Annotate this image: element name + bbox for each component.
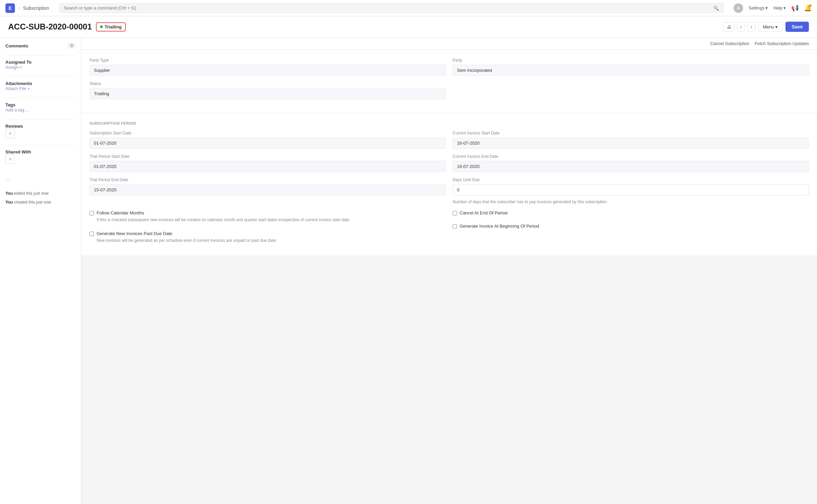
heart-icon[interactable]: ♡	[5, 177, 76, 185]
chevron-down-icon: ▾	[783, 5, 786, 10]
comments-count: 0	[68, 43, 76, 48]
current-invoice-start-date-label: Current Invoice Start Date	[453, 131, 809, 135]
shared-with-section: Shared With +	[5, 149, 76, 164]
search-icon: 🔍	[713, 5, 719, 11]
days-until-due-group: Days Until Due Number of days that the s…	[453, 177, 809, 205]
party-section: Party Type Supplier Party Sem Incorporat…	[81, 50, 817, 113]
party-type-group: Party Type Supplier	[89, 58, 446, 76]
days-until-due-input[interactable]	[453, 184, 809, 195]
plus-icon: +	[27, 86, 30, 91]
trial-period-end-date-label: Trial Period End Date	[89, 177, 446, 182]
attachments-label: Attachments	[5, 81, 76, 86]
top-nav: E › Subscription 🔍 A Settings ▾ Help ▾ 📢…	[0, 0, 817, 16]
help-menu[interactable]: Help ▾	[773, 5, 786, 10]
trial-period-start-date-value: 01-07-2020	[89, 161, 446, 172]
page-title: ACC-SUB-2020-00001	[8, 22, 92, 31]
current-invoice-start-date-group: Current Invoice Start Date 16-07-2020	[453, 131, 809, 149]
current-invoice-end-date-group: Current Invoice End Date 16-07-2020	[453, 154, 809, 172]
cancel-subscription-button[interactable]: Cancel Subscription	[710, 41, 750, 46]
party-label: Party	[453, 58, 809, 63]
subscription-start-date-label: Subscription Start Date	[89, 131, 446, 135]
days-until-due-label: Days Until Due	[453, 177, 809, 182]
generate-new-invoices-row: Generate New Invoices Past Due Date New …	[89, 231, 446, 244]
page-header: ACC-SUB-2020-00001 Trialling 🖨 ‹ › Menu …	[0, 16, 817, 38]
add-shared-button[interactable]: +	[5, 154, 15, 164]
app-logo: E	[5, 3, 15, 13]
current-invoice-end-date-label: Current Invoice End Date	[453, 154, 809, 159]
main-layout: Comments 0 Assigned To Assign + Attachme…	[0, 38, 817, 504]
attachments-section: Attachments Attach File +	[5, 81, 76, 91]
activity-create: You created this just now	[5, 199, 76, 205]
header-actions: 🖨 ‹ › Menu ▾ Save	[723, 22, 809, 32]
avatar: A	[734, 3, 743, 13]
comments-label: Comments	[5, 43, 28, 48]
assign-button[interactable]: Assign +	[5, 65, 76, 70]
add-tag-button[interactable]: Add a tag ...	[5, 107, 76, 112]
generate-invoice-beginning-label: Generate Invoice At Beginning Of Period	[460, 224, 539, 229]
status-value: Trialling	[89, 88, 446, 99]
title-area: ACC-SUB-2020-00001 Trialling	[8, 22, 126, 31]
add-review-button[interactable]: +	[5, 129, 15, 138]
tags-label: Tags	[5, 102, 76, 107]
generate-new-invoices-desc: New invoices will be generated as per sc…	[97, 237, 276, 244]
follow-calendar-checkbox[interactable]	[89, 211, 94, 215]
cancel-at-end-row: Cancel At End Of Period	[453, 210, 809, 215]
status-dot	[100, 25, 103, 28]
content-toolbar: Cancel Subscription Fetch Subscription U…	[81, 38, 817, 50]
follow-calendar-row: Follow Calendar Months If this is checke…	[89, 210, 446, 223]
days-until-due-help: Number of days that the subscriber has t…	[453, 199, 809, 205]
party-type-value: Supplier	[89, 65, 446, 76]
current-invoice-start-date-value: 16-07-2020	[453, 138, 809, 149]
cancel-at-end-label: Cancel At End Of Period	[460, 210, 507, 215]
breadcrumb: Subscription	[23, 5, 49, 11]
subscription-start-date-value: 01-07-2020	[89, 138, 446, 149]
attach-file-button[interactable]: Attach File +	[5, 86, 76, 91]
right-checkboxes: Cancel At End Of Period Generate Invoice…	[453, 210, 809, 248]
subscription-period-section: SUBSCRIPTION PERIOD Subscription Start D…	[81, 113, 817, 256]
trial-period-start-date-group: Trial Period Start Date 01-07-2020	[89, 154, 446, 172]
shared-with-label: Shared With	[5, 149, 76, 154]
plus-icon: +	[20, 65, 22, 70]
notification-dot	[809, 4, 812, 7]
generate-new-invoices-checkbox[interactable]	[89, 232, 94, 236]
menu-button[interactable]: Menu ▾	[758, 22, 783, 32]
party-group: Party Sem Incorporated	[453, 58, 809, 76]
follow-calendar-desc: If this is checked subsequent new invoic…	[97, 217, 350, 223]
status-label: Trialling	[105, 24, 122, 29]
cancel-at-end-checkbox[interactable]	[453, 211, 457, 215]
current-invoice-end-date-value: 16-07-2020	[453, 161, 809, 172]
status-label: Status	[89, 81, 446, 86]
subscription-period-title: SUBSCRIPTION PERIOD	[89, 121, 809, 125]
generate-new-invoices-label: Generate New Invoices Past Due Date	[97, 231, 276, 236]
party-value: Sem Incorporated	[453, 65, 809, 76]
activity-edit: You edited this just now	[5, 190, 76, 196]
party-type-label: Party Type	[89, 58, 446, 63]
prev-button[interactable]: ‹	[737, 22, 745, 31]
generate-invoice-beginning-checkbox[interactable]	[453, 224, 457, 229]
chevron-down-icon: ▾	[765, 5, 768, 10]
breadcrumb-separator: ›	[18, 6, 20, 10]
save-button[interactable]: Save	[785, 22, 809, 32]
sidebar-bottom: ♡ You edited this just now You created t…	[5, 177, 76, 205]
nav-right: A Settings ▾ Help ▾ 📢 🔔	[734, 3, 812, 13]
search-input[interactable]	[64, 5, 711, 10]
status-group: Status Trialling	[89, 81, 446, 99]
status-badge: Trialling	[96, 22, 126, 31]
settings-menu[interactable]: Settings ▾	[749, 5, 768, 10]
fetch-updates-button[interactable]: Fetch Subscription Updates	[755, 41, 809, 46]
reviews-section: Reviews +	[5, 124, 76, 138]
chevron-down-icon: ▾	[775, 24, 778, 29]
bell-icon[interactable]: 🔔	[804, 4, 812, 12]
trial-period-start-date-label: Trial Period Start Date	[89, 154, 446, 159]
comments-section: Comments 0	[5, 43, 76, 48]
left-checkboxes: Follow Calendar Months If this is checke…	[89, 210, 446, 248]
subscription-start-date-group: Subscription Start Date 01-07-2020	[89, 131, 446, 149]
print-button[interactable]: 🖨	[723, 22, 734, 31]
trial-period-end-date-group: Trial Period End Date 15-07-2020	[89, 177, 446, 205]
next-button[interactable]: ›	[748, 22, 755, 31]
search-bar[interactable]: 🔍	[59, 3, 723, 13]
generate-invoice-beginning-row: Generate Invoice At Beginning Of Period	[453, 224, 809, 229]
reviews-label: Reviews	[5, 124, 76, 129]
content-area: Cancel Subscription Fetch Subscription U…	[81, 38, 817, 504]
announce-icon[interactable]: 📢	[791, 4, 799, 12]
